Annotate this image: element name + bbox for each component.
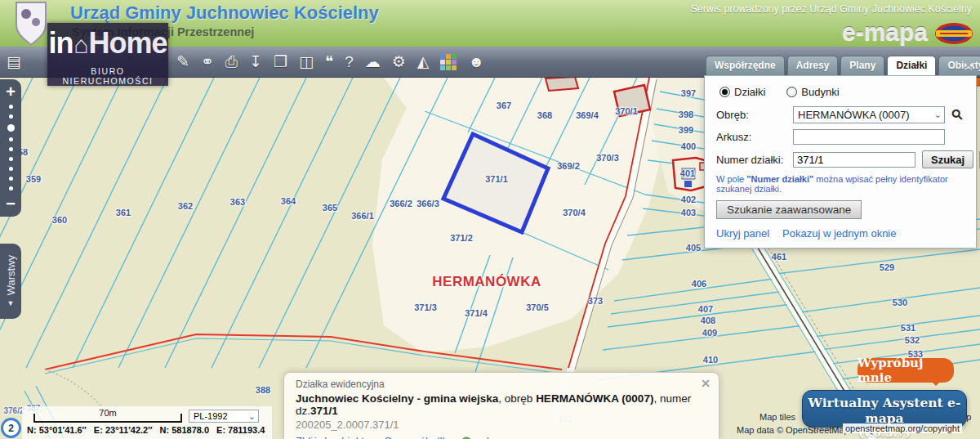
popup-title: Działka ewidencyjna [296, 379, 707, 390]
zoom-in-button[interactable]: + [0, 83, 21, 100]
help-icon[interactable]: ? [345, 47, 354, 78]
hint-prefix: W pole [716, 174, 746, 184]
coord-lat: N: 53°01′41.6″ [27, 425, 87, 435]
zoom-control: + − [0, 79, 21, 217]
comment-icon[interactable]: ❝ [325, 47, 333, 78]
coord-n: N: 581878.0 [160, 425, 210, 435]
numer-dzialki-input[interactable] [793, 152, 915, 168]
close-icon[interactable]: ✕ [963, 58, 973, 73]
palette-icon[interactable] [440, 54, 457, 70]
search-panel: Współrzędne Adresy Plany Działki Obiekty… [704, 56, 977, 249]
layers-icon[interactable]: ▤ [7, 47, 21, 78]
house-icon: ⌂ [74, 31, 87, 58]
more-link[interactable]: Inne [487, 435, 507, 439]
plus-circle-icon[interactable]: ⊕ [461, 433, 471, 439]
zoom-level-dot[interactable] [9, 177, 13, 181]
coat-of-arms [13, 1, 49, 47]
duplicate-view-icon[interactable]: ❐ [274, 47, 287, 78]
virtual-assistant-button[interactable]: Wirtualny Asystent e-mapa (v.0.3.7) [802, 390, 967, 428]
assistant-bubble[interactable]: Wypróbuj mnie [858, 358, 954, 383]
zoom-level-dot[interactable] [9, 137, 13, 141]
szukaj-button[interactable]: Szukaj [922, 150, 973, 168]
popup-actions: Zbliż do obiektu Szczegóły (I) ⊕ Inne [296, 433, 707, 439]
emapa-brand: e-mapa [842, 18, 928, 46]
tab-plany[interactable]: Plany [840, 56, 884, 75]
zoom-level-dot[interactable] [9, 147, 13, 151]
tab-adresy[interactable]: Adresy [787, 56, 839, 75]
scale-label: 70m [35, 408, 180, 418]
contact-icon[interactable]: ☻ [468, 47, 484, 78]
parcel-obreb: HERMANÓWKA (0007) [536, 392, 653, 405]
advanced-search-button[interactable]: Szukanie zaawansowane [716, 200, 862, 219]
radio-dzialki[interactable]: Działki [719, 86, 765, 98]
zoom-level-dot[interactable] [9, 114, 13, 119]
tab-wspolrzedne[interactable]: Współrzędne [706, 56, 785, 75]
chevron-down-icon: ⌄ [934, 110, 942, 120]
parcel-region: Juchnowiec Kościelny - gmina wiejska [296, 392, 498, 405]
parcel-description: Juchnowiec Kościelny - gmina wiejska, ob… [296, 392, 707, 417]
tab-obiekty[interactable]: Obiekty [938, 56, 980, 75]
osm-copyright-link[interactable]: openstreetmap.org/copyright [843, 423, 962, 433]
sketch-icon[interactable]: ✎ [176, 47, 189, 78]
zoom-to-object-link[interactable]: Zbliż do obiektu [296, 435, 370, 439]
map-tiles-attribution: Map tiles [760, 412, 795, 422]
layers-tab-label: Warstwy [5, 255, 17, 295]
zoom-level-dot[interactable] [9, 186, 13, 190]
parcel-number: 371/1 [310, 405, 338, 417]
status-bar: 70m PL-1992 ⌄ N: 53°01′41.6″E: 23°11′42.… [22, 406, 272, 439]
obreb-label: Obręb: [716, 109, 793, 121]
details-link[interactable]: Szczegóły (I) [385, 435, 446, 439]
settings-icon[interactable]: ⚙ [392, 47, 406, 78]
cursor-coordinates: N: 53°01′41.6″E: 23°11′42.2″N: 581878.0E… [27, 425, 272, 435]
panel-links: Ukryj panel Pokazuj w jednym oknie [716, 227, 964, 240]
inhome-logo-home: Home [89, 26, 167, 60]
crs-value: PL-1992 [194, 411, 248, 421]
scale-bar: 70m [33, 414, 182, 423]
assistant-button-line1: Wirtualny Asystent e-mapa [803, 395, 966, 426]
zoom-level-dot[interactable] [9, 105, 13, 109]
radio-dzialki-label: Działki [734, 86, 765, 98]
zoom-level-dot[interactable] [9, 167, 13, 171]
layers-panel-tab[interactable]: Warstwy ▼ [0, 244, 21, 319]
tab-dzialki[interactable]: Działki [887, 56, 936, 75]
link-icon[interactable]: ⚭ [201, 47, 214, 78]
arkusz-input[interactable] [793, 129, 945, 145]
parcel-desc-sep1: , obręb [498, 392, 536, 405]
coord-e: E: 781193.4 [216, 425, 265, 435]
page-badge[interactable]: 2 [1, 418, 21, 438]
search-type-radios: Działki Budynki [719, 86, 964, 98]
page-title: Urząd Gminy Juchnowiec Kościelny [70, 2, 379, 24]
mirror-icon[interactable]: ◭ [417, 47, 430, 78]
toolbar-icons: ✎ ⚭ ⎙ ↧ ❐ ◫ ❝ ? ☁ ⚙ ◭ ☻ [176, 47, 484, 78]
coordinates-pin-icon[interactable]: ↧ [249, 47, 262, 78]
chevron-down-icon: ▼ [7, 299, 15, 307]
inhome-logo: in⌂Home [47, 25, 168, 63]
layout-icon[interactable]: ◫ [299, 47, 314, 78]
app-window: 358359360361362363364365366/1366/2366/33… [0, 0, 980, 439]
inhome-watermark: in⌂Home BIURO NIERUCHOMOŚCI [47, 23, 168, 86]
hint-bold: "Numer działki" [746, 174, 813, 184]
close-icon[interactable]: ✕ [701, 377, 710, 390]
zoom-level-dot-current[interactable] [7, 124, 15, 132]
coord-lon: E: 23°11′42.2″ [94, 425, 153, 435]
download-icon[interactable]: ☁ [365, 47, 381, 78]
single-window-link[interactable]: Pokazuj w jednym oknie [782, 227, 896, 240]
obreb-value: HERMANÓWKA (0007) [798, 109, 934, 121]
zoom-levels [0, 105, 21, 190]
geosystem-logo-icon [934, 22, 973, 45]
zoom-out-button[interactable]: − [0, 195, 21, 212]
parcel-info-popup: Działka ewidencyjna ✕ Juchnowiec Kościel… [283, 372, 719, 439]
radio-budynki[interactable]: Budynki [786, 86, 839, 98]
crs-select[interactable]: PL-1992 ⌄ [189, 410, 259, 423]
obreb-select[interactable]: HERMANÓWKA (0007) ⌄ [793, 106, 945, 123]
radio-unchecked-icon[interactable] [786, 87, 797, 97]
inhome-logo-in: in [48, 26, 73, 60]
arkusz-label: Arkusz: [716, 131, 793, 143]
radio-checked-icon[interactable] [719, 87, 730, 97]
print-icon[interactable]: ⎙ [225, 47, 238, 78]
search-icon[interactable]: ⚲ [947, 105, 967, 125]
hide-panel-link[interactable]: Ukryj panel [716, 227, 769, 240]
parcel-identifier: 200205_2.0007.371/1 [296, 419, 707, 431]
numer-dzialki-label: Numer działki: [716, 154, 793, 166]
zoom-level-dot[interactable] [9, 157, 13, 161]
